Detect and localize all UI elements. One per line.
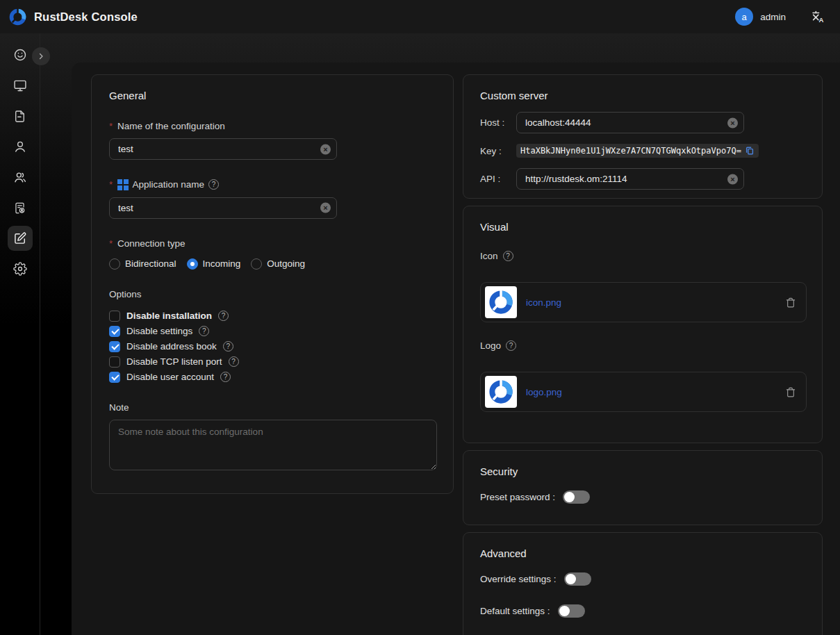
sidebar-item-audit[interactable] [8,195,33,220]
main-panel: General Name of the configuration Applic… [72,63,840,635]
sidebar-item-custom-client[interactable] [8,226,33,251]
radio-bidirectional[interactable]: Bidirectional [109,258,176,270]
gear-icon [13,262,27,276]
help-icon[interactable] [229,356,239,367]
preset-password-toggle[interactable] [563,490,590,504]
chevron-right-icon [37,52,45,60]
logo-label: Logo [480,340,501,351]
override-settings-toggle[interactable] [564,572,591,586]
help-icon[interactable] [223,341,233,352]
checkbox-icon[interactable] [109,341,120,352]
config-name-input[interactable] [109,138,337,160]
radio-label: Incoming [203,258,241,269]
sidebar-item-settings[interactable] [8,256,33,281]
radio-label: Bidirectional [125,258,176,269]
default-settings-label: Default settings : [480,606,550,616]
config-name-label: Name of the configuration [117,121,225,131]
radio-outgoing[interactable]: Outgoing [251,258,305,270]
preset-password-label: Preset password : [480,492,555,502]
users-icon [13,170,27,184]
document-icon [13,110,26,123]
checkbox-icon[interactable] [109,311,120,322]
radio-icon[interactable] [187,258,198,270]
checkbox-icon[interactable] [109,326,120,337]
clear-icon[interactable] [320,203,331,213]
sidebar-item-dashboard[interactable] [8,42,33,67]
option-disable-installation[interactable]: Disable installation [109,311,436,322]
override-settings-row: Override settings : [480,572,805,586]
options-label: Options [109,289,142,299]
radio-incoming[interactable]: Incoming [187,258,241,270]
custom-server-card: Custom server Host : Key : HtaXBkJNHyn0e… [463,74,823,199]
help-icon[interactable] [506,340,516,351]
logo-file-link[interactable]: logo.png [526,387,785,397]
override-settings-label: Override settings : [480,574,557,584]
default-settings-toggle[interactable] [558,604,585,618]
username[interactable]: admin [760,12,786,22]
trash-icon[interactable] [785,386,796,398]
help-icon[interactable] [208,179,219,190]
visual-card-title: Visual [480,221,805,233]
copy-icon[interactable] [745,146,755,156]
checkbox-icon[interactable] [109,356,120,368]
application-name-input[interactable] [109,197,337,219]
clear-icon[interactable] [727,174,738,184]
icon-file-link[interactable]: icon.png [526,297,785,308]
brand[interactable]: RustDesk Console [8,8,138,26]
user-avatar[interactable]: a [735,8,753,26]
monitor-icon [13,79,27,92]
radio-icon[interactable] [109,258,120,270]
windows-icon [117,179,129,190]
trash-icon[interactable] [785,297,796,308]
help-icon[interactable] [220,372,231,382]
sidebar-item-users[interactable] [8,134,33,159]
option-disable-settings[interactable]: Disable settings [109,326,436,337]
checkbox-icon[interactable] [109,372,120,383]
help-icon[interactable] [218,311,229,321]
translate-icon[interactable]: A [811,10,825,24]
smiley-icon [13,48,27,62]
sidebar-item-devices[interactable] [8,73,33,98]
general-card: General Name of the configuration Applic… [91,74,454,494]
clear-icon[interactable] [727,117,738,128]
topbar: RustDesk Console a admin A [0,0,840,33]
api-input[interactable] [516,168,744,190]
option-disable-tcp-listen-port[interactable]: Disable TCP listen port [109,356,436,368]
radio-icon[interactable] [251,258,262,270]
clear-icon[interactable] [320,144,331,154]
icon-upload-row: icon.png [480,282,807,322]
host-input[interactable] [516,112,744,133]
default-settings-row: Default settings : [480,604,805,618]
sidebar-item-documents[interactable] [8,104,33,129]
sidebar-item-groups[interactable] [8,165,33,190]
security-card: Security Preset password : [463,450,823,525]
required-asterisk [109,179,113,190]
app-title: RustDesk Console [34,10,138,24]
option-disable-address-book[interactable]: Disable address book [109,341,436,352]
checkbox-label: Disable settings [126,326,192,336]
key-value-pill[interactable]: HtaXBkJNHyn0e1U1jWXze7A7CN7QTGWqxkOtpaVp… [516,144,759,158]
application-name-label: Application name [133,179,205,190]
option-disable-user-account[interactable]: Disable user account [109,372,436,383]
checkbox-label: Disable installation [126,311,212,321]
edit-icon [13,231,27,245]
connection-type-label: Connection type [117,238,186,249]
checkbox-label: Disable address book [126,341,217,352]
rustdesk-logo-icon [8,8,27,26]
help-icon[interactable] [199,326,209,336]
sidebar [0,33,40,635]
checkbox-label: Disable TCP listen port [126,356,222,367]
host-label: Host : [480,117,516,128]
preset-password-row: Preset password : [480,490,805,504]
visual-card: Visual Icon icon.png [463,206,823,443]
note-label: Note [109,402,129,413]
document-search-icon [13,201,26,215]
help-icon[interactable] [503,251,513,261]
advanced-card-title: Advanced [480,547,805,559]
icon-label: Icon [480,251,498,261]
svg-text:A: A [819,16,824,24]
right-column: Custom server Host : Key : HtaXBkJNHyn0e… [463,74,823,635]
sidebar-expand-button[interactable] [32,47,50,65]
required-asterisk [109,121,113,131]
note-textarea[interactable] [109,420,437,470]
